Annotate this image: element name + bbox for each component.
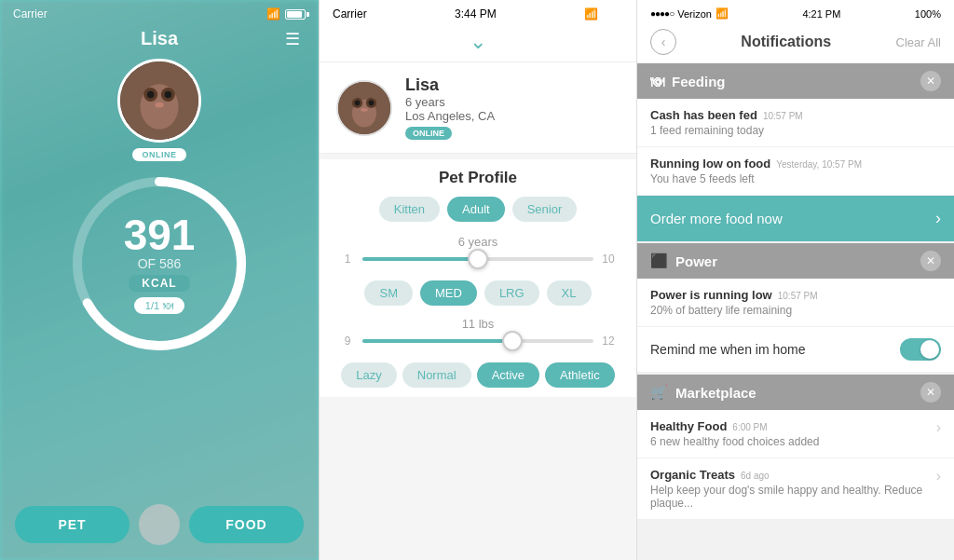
toggle-button[interactable] [139, 504, 180, 545]
order-food-banner[interactable]: Order more food now › [637, 196, 954, 241]
bowl-count: 1/1 🍽 [134, 297, 184, 314]
signal-icon: ●●●●○ [650, 8, 674, 19]
power-section: ⬛ Power ✕ Power is running low 10:57 PM … [637, 243, 954, 373]
profile-location: Los Angeles, CA [405, 109, 495, 123]
marketplace-item-1[interactable]: Healthy Food 6:00 PM 6 new healthy food … [637, 410, 954, 458]
notifications-scroll[interactable]: 🍽 Feeding ✕ Cash has been fed 10:57 PM 1… [637, 63, 954, 560]
wifi2-icon: 📶 [584, 7, 598, 20]
feeding-item2-time: Yesterday, 10:57 PM [776, 159, 862, 170]
power-item-1: Power is running low 10:57 PM 20% of bat… [637, 279, 954, 327]
chip-xl[interactable]: XL [547, 280, 592, 306]
age-slider-min: 1 [340, 253, 355, 266]
feeding-icon: 🍽 [650, 74, 664, 89]
status-bar-2: Carrier 3:44 PM 📶 [320, 0, 636, 24]
battery2-icon [603, 9, 623, 20]
battery3-label: 100% [915, 8, 941, 20]
notifications-title: Notifications [741, 34, 831, 50]
chip-active[interactable]: Active [477, 362, 539, 388]
menu-icon[interactable]: ☰ [285, 29, 300, 49]
power-close-button[interactable]: ✕ [920, 251, 941, 271]
feeding-title: Feeding [672, 74, 726, 89]
food-tab-button[interactable]: FOOD [189, 506, 304, 543]
back-button[interactable]: ‹ [650, 29, 676, 55]
bowl-icon: 🍽 [163, 300, 173, 311]
age-slider-row: 1 10 [333, 253, 623, 266]
chip-med[interactable]: MED [420, 280, 477, 306]
bottom-nav: PET FOOD [0, 491, 319, 560]
svg-point-14 [369, 100, 375, 105]
feeding-item1-time: 10:57 PM [763, 111, 803, 121]
market-item1-time: 6:00 PM [732, 422, 767, 432]
power-icon: ⬛ [650, 253, 668, 269]
remind-text: Remind me when im home [650, 342, 806, 357]
panel2-header: ⌄ [320, 24, 636, 62]
svg-point-5 [165, 91, 171, 98]
chip-athletic[interactable]: Athletic [545, 362, 615, 388]
time2-label: 3:44 PM [455, 7, 497, 20]
power-item1-title: Power is running low [650, 288, 772, 302]
marketplace-icon: 🛒 [650, 384, 668, 401]
panel-pet-profile: Carrier 3:44 PM 📶 ⌄ Lisa 6 years [319, 0, 637, 560]
size-chips: SM MED LRG XL [333, 280, 623, 306]
chip-kitten[interactable]: Kitten [379, 197, 440, 222]
weight-slider-track[interactable] [362, 339, 593, 343]
online-badge2: ONLINE [405, 127, 452, 140]
feeding-item2-desc: You have 5 feeds left [650, 172, 941, 185]
panel3-header: ‹ Notifications Clear All [637, 23, 954, 63]
panel1-header: Lisa ☰ [0, 24, 319, 59]
feeding-item2-title: Running low on food [650, 157, 770, 171]
weight-slider-max: 12 [601, 335, 616, 348]
weight-slider-label: 11 lbs [333, 317, 623, 331]
feeding-item-2: Running low on food Yesterday, 10:57 PM … [637, 147, 954, 196]
market-item2-arrow-icon: › [936, 468, 941, 485]
marketplace-close-button[interactable]: ✕ [920, 382, 941, 403]
panel-pet-status: Carrier 📶 Lisa ☰ [0, 0, 319, 560]
power-item1-desc: 20% of battery life remaining [650, 304, 941, 317]
market-item1-title: Healthy Food [650, 419, 727, 433]
profile-name: Lisa [405, 75, 495, 95]
age-slider-track[interactable] [362, 257, 593, 261]
avatar2[interactable] [336, 80, 392, 136]
online-badge: ONLINE [132, 148, 185, 161]
marketplace-item-2[interactable]: Organic Treats 6d ago Help keep your dog… [637, 458, 954, 520]
toggle-knob [920, 340, 939, 359]
clear-all-button[interactable]: Clear All [896, 35, 941, 49]
feeding-close-button[interactable]: ✕ [920, 71, 941, 91]
kcal-of: OF 586 [138, 256, 182, 271]
age-slider-max: 10 [601, 253, 616, 266]
chip-senior[interactable]: Senior [512, 197, 578, 222]
time3-label: 4:21 PM [802, 8, 840, 20]
chip-normal[interactable]: Normal [402, 362, 471, 388]
profile-info: Lisa 6 years Los Angeles, CA ONLINE [320, 62, 636, 154]
status-bar-1: Carrier 📶 [0, 0, 319, 24]
market-item2-desc: Help keep your dog's smile happy and hea… [650, 484, 929, 510]
status-bar-3: ●●●●○ Verizon 📶 4:21 PM 100% [637, 0, 954, 23]
feeding-item1-desc: 1 feed remaining today [650, 124, 941, 137]
market-item1-arrow-icon: › [936, 419, 941, 436]
chip-lazy[interactable]: Lazy [341, 362, 396, 388]
chip-adult[interactable]: Adult [447, 197, 505, 222]
weight-slider-section: 11 lbs 9 12 [333, 313, 623, 355]
avatar[interactable] [117, 59, 201, 143]
pet-name-title: Lisa [141, 28, 178, 49]
remind-toggle[interactable] [900, 338, 941, 361]
market-item2-title: Organic Treats [650, 468, 735, 482]
svg-point-4 [147, 91, 154, 98]
power-section-header: ⬛ Power ✕ [637, 243, 954, 279]
age-slider-section: 6 years 1 10 [333, 231, 623, 273]
order-food-arrow-icon: › [935, 209, 941, 228]
power-title: Power [675, 253, 717, 269]
remind-home-item: Remind me when im home [637, 327, 954, 373]
order-food-text: Order more food now [650, 211, 783, 226]
pet-tab-button[interactable]: PET [15, 506, 129, 543]
marketplace-section: 🛒 Marketplace ✕ Healthy Food 6:00 PM 6 n… [637, 375, 954, 520]
chip-sm[interactable]: SM [364, 280, 413, 306]
carrier-label: Carrier [13, 7, 48, 20]
power-item1-time: 10:57 PM [778, 291, 818, 301]
svg-point-6 [155, 102, 163, 108]
chevron-down-icon[interactable]: ⌄ [470, 30, 486, 54]
weight-slider-min: 9 [340, 335, 355, 348]
chip-lrg[interactable]: LRG [484, 280, 539, 306]
feeding-section: 🍽 Feeding ✕ Cash has been fed 10:57 PM 1… [637, 63, 954, 241]
feeding-section-header: 🍽 Feeding ✕ [637, 63, 954, 99]
